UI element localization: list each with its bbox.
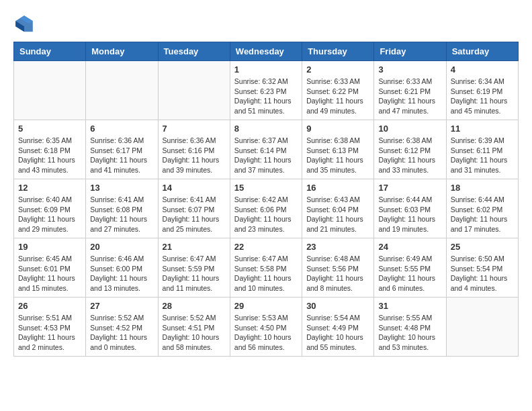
- day-number: 30: [306, 301, 369, 311]
- day-info: Sunrise: 6:47 AMSunset: 5:59 PMDaylight:…: [163, 254, 226, 293]
- weekday-row: SundayMondayTuesdayWednesdayThursdayFrid…: [14, 42, 519, 61]
- calendar-cell: 17Sunrise: 6:44 AMSunset: 6:03 PMDayligh…: [374, 179, 446, 238]
- day-info: Sunrise: 6:47 AMSunset: 5:58 PMDaylight:…: [234, 254, 298, 293]
- day-number: 1: [234, 64, 298, 75]
- day-number: 25: [451, 242, 514, 252]
- day-number: 7: [163, 124, 226, 134]
- day-info: Sunrise: 6:44 AMSunset: 6:03 PMDaylight:…: [378, 195, 441, 234]
- calendar-cell: 8Sunrise: 6:37 AMSunset: 6:14 PMDaylight…: [230, 120, 302, 179]
- day-number: 4: [451, 64, 514, 75]
- day-number: 20: [90, 242, 153, 252]
- day-number: 8: [234, 124, 298, 134]
- calendar-cell: [86, 61, 158, 120]
- day-number: 28: [163, 301, 226, 311]
- calendar-header: SundayMondayTuesdayWednesdayThursdayFrid…: [14, 42, 519, 61]
- day-number: 3: [378, 64, 441, 75]
- calendar-cell: 9Sunrise: 6:38 AMSunset: 6:13 PMDaylight…: [302, 120, 374, 179]
- day-info: Sunrise: 6:49 AMSunset: 5:55 PMDaylight:…: [378, 254, 441, 293]
- calendar-cell: [14, 61, 86, 120]
- calendar-cell: 19Sunrise: 6:45 AMSunset: 6:01 PMDayligh…: [14, 238, 86, 298]
- calendar-cell: 12Sunrise: 6:40 AMSunset: 6:09 PMDayligh…: [14, 179, 86, 238]
- page-header: [13, 13, 519, 35]
- day-info: Sunrise: 6:44 AMSunset: 6:02 PMDaylight:…: [451, 195, 514, 234]
- weekday-header-sunday: Sunday: [14, 42, 86, 61]
- calendar-cell: 4Sunrise: 6:34 AMSunset: 6:19 PMDaylight…: [446, 61, 518, 120]
- day-info: Sunrise: 6:41 AMSunset: 6:07 PMDaylight:…: [163, 195, 226, 234]
- calendar-cell: 25Sunrise: 6:50 AMSunset: 5:54 PMDayligh…: [446, 238, 518, 298]
- calendar-cell: 16Sunrise: 6:43 AMSunset: 6:04 PMDayligh…: [302, 179, 374, 238]
- day-number: 9: [306, 124, 369, 134]
- day-info: Sunrise: 6:38 AMSunset: 6:13 PMDaylight:…: [306, 136, 369, 175]
- calendar-cell: 26Sunrise: 5:51 AMSunset: 4:53 PMDayligh…: [14, 298, 86, 357]
- day-info: Sunrise: 6:36 AMSunset: 6:16 PMDaylight:…: [163, 136, 226, 175]
- day-info: Sunrise: 6:39 AMSunset: 6:11 PMDaylight:…: [451, 136, 514, 175]
- day-info: Sunrise: 5:53 AMSunset: 4:50 PMDaylight:…: [234, 313, 298, 353]
- week-row-4: 19Sunrise: 6:45 AMSunset: 6:01 PMDayligh…: [14, 238, 519, 298]
- day-number: 12: [18, 183, 81, 193]
- calendar-cell: 27Sunrise: 5:52 AMSunset: 4:52 PMDayligh…: [86, 298, 158, 357]
- day-info: Sunrise: 5:52 AMSunset: 4:52 PMDaylight:…: [90, 313, 153, 353]
- day-info: Sunrise: 6:38 AMSunset: 6:12 PMDaylight:…: [378, 136, 441, 175]
- calendar-cell: 13Sunrise: 6:41 AMSunset: 6:08 PMDayligh…: [86, 179, 158, 238]
- day-number: 11: [451, 124, 514, 134]
- weekday-header-wednesday: Wednesday: [230, 42, 302, 61]
- day-number: 2: [306, 64, 369, 75]
- day-info: Sunrise: 6:50 AMSunset: 5:54 PMDaylight:…: [451, 254, 514, 293]
- calendar-cell: 24Sunrise: 6:49 AMSunset: 5:55 PMDayligh…: [374, 238, 446, 298]
- day-number: 10: [378, 124, 441, 134]
- calendar-cell: 11Sunrise: 6:39 AMSunset: 6:11 PMDayligh…: [446, 120, 518, 179]
- week-row-2: 5Sunrise: 6:35 AMSunset: 6:18 PMDaylight…: [14, 120, 519, 179]
- day-number: 31: [378, 301, 441, 311]
- calendar-cell: 15Sunrise: 6:42 AMSunset: 6:06 PMDayligh…: [230, 179, 302, 238]
- day-number: 18: [451, 183, 514, 193]
- day-info: Sunrise: 6:40 AMSunset: 6:09 PMDaylight:…: [18, 195, 81, 234]
- day-number: 14: [163, 183, 226, 193]
- day-number: 22: [234, 242, 298, 252]
- weekday-header-monday: Monday: [86, 42, 158, 61]
- day-number: 5: [18, 124, 81, 134]
- day-info: Sunrise: 6:32 AMSunset: 6:23 PMDaylight:…: [234, 77, 298, 116]
- calendar-cell: [446, 298, 518, 357]
- day-number: 16: [306, 183, 369, 193]
- calendar-cell: 30Sunrise: 5:54 AMSunset: 4:49 PMDayligh…: [302, 298, 374, 357]
- day-info: Sunrise: 6:34 AMSunset: 6:19 PMDaylight:…: [451, 77, 514, 116]
- day-info: Sunrise: 5:54 AMSunset: 4:49 PMDaylight:…: [306, 313, 369, 353]
- day-number: 13: [90, 183, 153, 193]
- calendar-cell: 3Sunrise: 6:33 AMSunset: 6:21 PMDaylight…: [374, 61, 446, 120]
- calendar-cell: [158, 61, 230, 120]
- day-info: Sunrise: 5:55 AMSunset: 4:48 PMDaylight:…: [378, 313, 441, 353]
- day-info: Sunrise: 6:41 AMSunset: 6:08 PMDaylight:…: [90, 195, 153, 234]
- calendar-table: SundayMondayTuesdayWednesdayThursdayFrid…: [13, 42, 519, 357]
- day-number: 15: [234, 183, 298, 193]
- calendar-body: 1Sunrise: 6:32 AMSunset: 6:23 PMDaylight…: [14, 61, 519, 357]
- weekday-header-thursday: Thursday: [302, 42, 374, 61]
- weekday-header-saturday: Saturday: [446, 42, 518, 61]
- day-number: 6: [90, 124, 153, 134]
- calendar-cell: 28Sunrise: 5:52 AMSunset: 4:51 PMDayligh…: [158, 298, 230, 357]
- week-row-5: 26Sunrise: 5:51 AMSunset: 4:53 PMDayligh…: [14, 298, 519, 357]
- calendar-cell: 31Sunrise: 5:55 AMSunset: 4:48 PMDayligh…: [374, 298, 446, 357]
- calendar-cell: 14Sunrise: 6:41 AMSunset: 6:07 PMDayligh…: [158, 179, 230, 238]
- calendar-cell: 2Sunrise: 6:33 AMSunset: 6:22 PMDaylight…: [302, 61, 374, 120]
- calendar-cell: 20Sunrise: 6:46 AMSunset: 6:00 PMDayligh…: [86, 238, 158, 298]
- logo: [13, 13, 39, 35]
- day-number: 29: [234, 301, 298, 311]
- week-row-1: 1Sunrise: 6:32 AMSunset: 6:23 PMDaylight…: [14, 61, 519, 120]
- calendar-cell: 18Sunrise: 6:44 AMSunset: 6:02 PMDayligh…: [446, 179, 518, 238]
- day-info: Sunrise: 6:46 AMSunset: 6:00 PMDaylight:…: [90, 254, 153, 293]
- day-info: Sunrise: 6:35 AMSunset: 6:18 PMDaylight:…: [18, 136, 81, 175]
- calendar-cell: 29Sunrise: 5:53 AMSunset: 4:50 PMDayligh…: [230, 298, 302, 357]
- day-number: 23: [306, 242, 369, 252]
- day-number: 17: [378, 183, 441, 193]
- calendar-cell: 22Sunrise: 6:47 AMSunset: 5:58 PMDayligh…: [230, 238, 302, 298]
- calendar-cell: 1Sunrise: 6:32 AMSunset: 6:23 PMDaylight…: [230, 61, 302, 120]
- weekday-header-friday: Friday: [374, 42, 446, 61]
- day-info: Sunrise: 6:37 AMSunset: 6:14 PMDaylight:…: [234, 136, 298, 175]
- calendar-cell: 23Sunrise: 6:48 AMSunset: 5:56 PMDayligh…: [302, 238, 374, 298]
- day-number: 21: [163, 242, 226, 252]
- calendar-cell: 5Sunrise: 6:35 AMSunset: 6:18 PMDaylight…: [14, 120, 86, 179]
- day-info: Sunrise: 6:33 AMSunset: 6:21 PMDaylight:…: [378, 77, 441, 116]
- calendar-cell: 10Sunrise: 6:38 AMSunset: 6:12 PMDayligh…: [374, 120, 446, 179]
- day-number: 24: [378, 242, 441, 252]
- day-info: Sunrise: 5:52 AMSunset: 4:51 PMDaylight:…: [163, 313, 226, 353]
